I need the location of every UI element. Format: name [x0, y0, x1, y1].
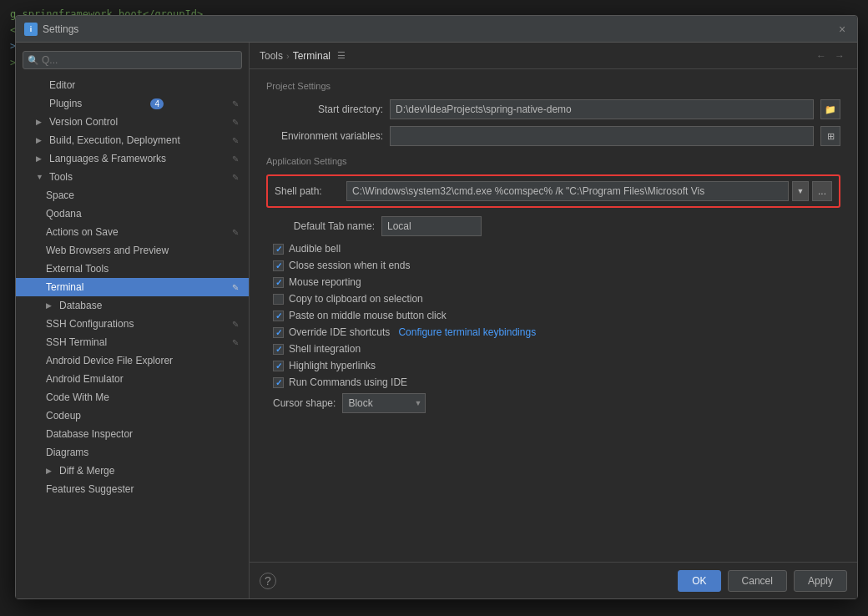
mouse-reporting-checkbox[interactable] [273, 277, 284, 288]
checkbox-highlight-hyperlinks[interactable]: Highlight hyperlinks [266, 360, 840, 371]
cancel-button[interactable]: Cancel [728, 570, 787, 592]
checkbox-run-commands-ide[interactable]: Run Commands using IDE [266, 376, 840, 388]
sidebar-item-label: Android Device File Explorer [46, 355, 173, 366]
tab-icon: ☰ [337, 50, 346, 61]
edit-icon: ✎ [232, 173, 239, 182]
sidebar-item-label: Editor [49, 79, 75, 91]
sidebar-item-tools[interactable]: ▼ Tools ✎ [16, 168, 249, 186]
sidebar-item-database[interactable]: ▶ Database [16, 296, 249, 315]
sidebar-item-label: Build, Execution, Deployment [49, 134, 180, 146]
sidebar-item-label: Languages & Frameworks [49, 153, 166, 164]
expand-arrow: ▼ [36, 173, 44, 181]
folder-icon: 📁 [825, 104, 836, 115]
checkbox-override-ide-shortcuts[interactable]: Override IDE shortcuts Configure termina… [266, 326, 840, 338]
project-settings-title: Project Settings [266, 81, 840, 91]
sidebar-item-diagrams[interactable]: Diagrams [16, 443, 249, 462]
sidebar-item-label: Database [59, 300, 102, 311]
override-ide-shortcuts-checkbox[interactable] [273, 327, 284, 338]
sidebar-item-build-execution[interactable]: ▶ Build, Execution, Deployment ✎ [16, 131, 249, 149]
cursor-shape-select[interactable]: Block Underline Beam [342, 393, 426, 413]
sidebar-item-ssh-terminal[interactable]: SSH Terminal ✎ [16, 333, 249, 351]
sidebar-item-ssh-configurations[interactable]: SSH Configurations ✎ [16, 315, 249, 333]
start-directory-browse-button[interactable]: 📁 [820, 99, 840, 119]
audible-bell-label: Audible bell [289, 243, 341, 255]
default-tab-input[interactable] [381, 216, 482, 236]
sidebar-item-plugins[interactable]: Plugins 4 ✎ [16, 94, 249, 113]
sidebar-item-actions-on-save[interactable]: Actions on Save ✎ [16, 223, 249, 241]
edit-icon: ✎ [232, 228, 239, 237]
expand-arrow: ▶ [36, 136, 44, 144]
checkbox-audible-bell[interactable]: Audible bell [266, 243, 840, 255]
back-button[interactable]: ← [814, 49, 829, 63]
sidebar-item-database-inspector[interactable]: Database Inspector [16, 425, 249, 443]
sidebar-item-label: Terminal [46, 281, 83, 293]
sidebar-item-codeup[interactable]: Codeup [16, 406, 249, 425]
cursor-shape-label: Cursor shape: [273, 397, 336, 409]
edit-icon: ✎ [232, 338, 239, 347]
sidebar-item-external-tools[interactable]: External Tools [16, 260, 249, 278]
application-settings-title: Application Settings [266, 156, 840, 166]
forward-button[interactable]: → [832, 49, 847, 63]
edit-icon: ✎ [232, 320, 239, 329]
sidebar-item-label: Version Control [49, 116, 118, 128]
paste-middle-mouse-label: Paste on middle mouse button click [289, 310, 447, 321]
ok-button[interactable]: OK [678, 570, 720, 592]
checkbox-close-session[interactable]: Close session when it ends [266, 260, 840, 271]
env-variables-row: Environment variables: ⊞ [266, 126, 840, 146]
env-variables-edit-button[interactable]: ⊞ [820, 126, 840, 146]
shell-path-container: Shell path: ▼ ... [266, 174, 840, 208]
copy-to-clipboard-checkbox[interactable] [273, 294, 284, 305]
shell-path-browse-button[interactable]: ... [812, 181, 832, 201]
edit-icon: ✎ [232, 118, 239, 127]
sidebar-item-features-suggester[interactable]: Features Suggester [16, 480, 249, 498]
search-input[interactable] [23, 51, 242, 69]
edit-icon: ✎ [232, 154, 239, 164]
checkbox-paste-middle-mouse[interactable]: Paste on middle mouse button click [266, 310, 840, 321]
env-variables-label: Environment variables: [266, 130, 383, 142]
shell-integration-checkbox[interactable] [273, 344, 284, 355]
sidebar-item-space[interactable]: Space [16, 186, 249, 204]
shell-path-dropdown-button[interactable]: ▼ [792, 181, 809, 201]
shell-path-input[interactable] [346, 181, 789, 201]
default-tab-row: Default Tab name: [266, 216, 840, 236]
sidebar-item-label: Diagrams [46, 447, 88, 458]
search-icon: 🔍 [28, 55, 39, 66]
audible-bell-checkbox[interactable] [273, 244, 284, 255]
sidebar-item-terminal[interactable]: Terminal ✎ [16, 278, 249, 296]
help-button[interactable]: ? [260, 573, 276, 589]
run-commands-ide-checkbox[interactable] [273, 377, 284, 388]
sidebar-item-label: Qodana [46, 208, 82, 220]
title-bar-left: i Settings [24, 23, 78, 36]
close-session-checkbox[interactable] [273, 260, 284, 271]
env-variables-input[interactable] [390, 126, 814, 146]
paste-middle-mouse-checkbox[interactable] [273, 311, 284, 321]
dialog-close-button[interactable]: × [835, 23, 849, 36]
sidebar-item-languages-frameworks[interactable]: ▶ Languages & Frameworks ✎ [16, 149, 249, 168]
checkbox-copy-to-clipboard[interactable]: Copy to clipboard on selection [266, 293, 840, 305]
dialog-body: 🔍 Editor Plugins 4 ✎ ▶ Version Control ✎ [16, 43, 857, 598]
start-directory-label: Start directory: [266, 104, 383, 115]
configure-keybindings-link[interactable]: Configure terminal keybindings [398, 326, 536, 338]
start-directory-input[interactable] [390, 99, 814, 119]
sidebar-item-qodana[interactable]: Qodana [16, 204, 249, 223]
sidebar-item-editor[interactable]: Editor [16, 76, 249, 94]
sidebar-item-code-with-me[interactable]: Code With Me [16, 388, 249, 406]
breadcrumb-current: Terminal [293, 50, 331, 62]
edit-icon: ✎ [232, 99, 239, 109]
mouse-reporting-label: Mouse reporting [289, 276, 361, 288]
sidebar-item-web-browsers[interactable]: Web Browsers and Preview [16, 241, 249, 260]
sidebar-item-android-device[interactable]: Android Device File Explorer [16, 351, 249, 370]
apply-button[interactable]: Apply [794, 570, 847, 592]
sidebar-item-android-emulator[interactable]: Android Emulator [16, 370, 249, 388]
override-ide-shortcuts-label: Override IDE shortcuts [289, 326, 390, 338]
copy-to-clipboard-label: Copy to clipboard on selection [289, 293, 423, 305]
dialog-footer: ? OK Cancel Apply [250, 562, 857, 598]
checkbox-mouse-reporting[interactable]: Mouse reporting [266, 276, 840, 288]
sidebar-item-diff-merge[interactable]: ▶ Diff & Merge [16, 462, 249, 480]
sidebar-item-label: SSH Configurations [46, 318, 134, 330]
highlight-hyperlinks-checkbox[interactable] [273, 361, 284, 371]
checkbox-shell-integration[interactable]: Shell integration [266, 343, 840, 355]
breadcrumb-bar: Tools › Terminal ☰ ← → [250, 43, 857, 69]
sidebar-item-version-control[interactable]: ▶ Version Control ✎ [16, 113, 249, 131]
shell-integration-label: Shell integration [289, 343, 361, 355]
